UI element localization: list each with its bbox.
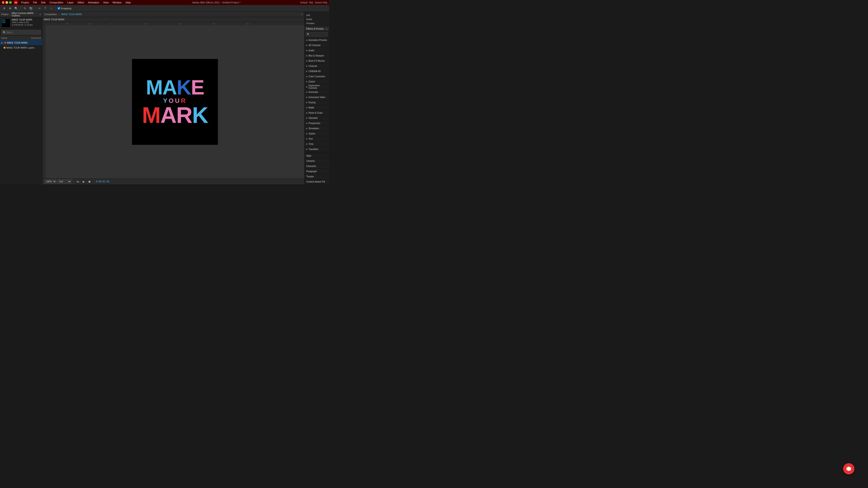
- section-animation-presets[interactable]: ▶ Animation Presets: [305, 37, 329, 43]
- menu-edit[interactable]: Edit: [39, 1, 47, 4]
- comp-area: Composition › MAKE YOUR MARK ≡ MAKE YOUR…: [42, 12, 304, 184]
- window-controls: [2, 1, 12, 4]
- make-letter-e: E: [191, 78, 204, 97]
- thumbnail-info: MAKE YOUR MARK 1400 x 1400 (1.00) Δ 0:00…: [12, 19, 33, 28]
- project-item-0[interactable]: ▶ MAKE YOUR MARK: [0, 40, 42, 45]
- section-stylize[interactable]: ▶ Stylize: [305, 131, 329, 136]
- section-immersive-label: Immersive Video: [309, 96, 325, 98]
- section-color-correction[interactable]: ▶ Color Correction: [305, 74, 329, 79]
- section-audio[interactable]: ▶ Audio: [305, 48, 329, 53]
- menu-file[interactable]: File: [31, 1, 39, 4]
- section-text[interactable]: ▶ Text: [305, 136, 329, 141]
- section-perspective[interactable]: ▶ Perspective: [305, 121, 329, 126]
- menu-window[interactable]: Window: [111, 1, 123, 4]
- panel-tabs: Project | Effect Controls MARK Outlines …: [0, 12, 42, 17]
- your-u: U: [175, 97, 181, 104]
- comp-options[interactable]: ≡: [301, 13, 303, 15]
- tool-hand[interactable]: ✥: [8, 6, 13, 11]
- section-distort[interactable]: ▶ Distort: [305, 79, 329, 84]
- playback-controls[interactable]: ⏮: [75, 179, 80, 184]
- effects-search-bar: 🔍: [306, 32, 328, 37]
- main-layout: Project | Effect Controls MARK Outlines …: [0, 12, 329, 184]
- tab-project[interactable]: Project: [1, 13, 8, 15]
- section-libraries[interactable]: Libraries: [305, 158, 329, 164]
- canvas-area[interactable]: -400 -200 0 200 400 600 800 M A K E: [42, 22, 304, 178]
- mark-letter-r: R: [176, 104, 192, 126]
- tab-effect-controls[interactable]: Effect Controls MARK Outlines: [12, 12, 38, 17]
- menu-effect[interactable]: Effect: [76, 1, 86, 4]
- section-channel-label: Channel: [309, 65, 317, 67]
- mark-letter-k: K: [192, 104, 208, 126]
- menu-animation[interactable]: Animation: [86, 1, 101, 4]
- stop-btn[interactable]: ⏹: [87, 179, 92, 184]
- tool-select[interactable]: ▼: [2, 6, 7, 11]
- section-keying[interactable]: ▶ Keying: [305, 100, 329, 105]
- comp-tab-name: MAKE YOUR MARK: [44, 18, 65, 21]
- play-btn[interactable]: ▶: [81, 179, 86, 184]
- close-button[interactable]: [2, 1, 4, 4]
- effects-search-input[interactable]: [309, 33, 327, 36]
- tool-rotate[interactable]: ↻: [22, 6, 27, 11]
- tool-zoom[interactable]: 🔍: [13, 6, 19, 11]
- section-3d-channel[interactable]: ▶ 3D Channel: [305, 43, 329, 48]
- search-help-input[interactable]: Search Help: [315, 1, 327, 4]
- right-panel-audio[interactable]: Audio: [306, 17, 327, 21]
- section-expression[interactable]: ▶ Expression Controls: [305, 84, 329, 90]
- menu-view[interactable]: View: [101, 1, 110, 4]
- section-boris[interactable]: ▶ Boris FX Mocha: [305, 58, 329, 64]
- section-noise[interactable]: ▶ Noise & Grain: [305, 110, 329, 116]
- maximize-button[interactable]: [9, 1, 12, 4]
- section-obsolete[interactable]: ▶ Obsolete: [305, 116, 329, 121]
- section-immersive[interactable]: ▶ Immersive Video: [305, 95, 329, 100]
- workspace-mat[interactable]: Mat: [309, 1, 313, 4]
- section-align[interactable]: Align: [305, 153, 329, 158]
- section-character[interactable]: Character: [305, 164, 329, 169]
- toolbar-sep-1: [20, 6, 21, 10]
- section-simulation[interactable]: ▶ Simulation: [305, 126, 329, 131]
- section-paragraph[interactable]: Paragraph: [305, 169, 329, 174]
- section-generate[interactable]: ▶ Generate: [305, 90, 329, 95]
- section-channel[interactable]: ▶ Channel: [305, 64, 329, 69]
- effects-label: Effects & Presets: [306, 28, 324, 30]
- section-cinema4d[interactable]: ▶ CINEMA 4D: [305, 69, 329, 74]
- menu-help[interactable]: Help: [124, 1, 132, 4]
- panel-menu-icon[interactable]: ≡: [39, 13, 41, 15]
- section-paragraph-label: Paragraph: [306, 170, 317, 173]
- section-keying-label: Keying: [309, 101, 315, 104]
- project-search-input[interactable]: [6, 31, 39, 34]
- right-panel-preview[interactable]: Preview: [306, 21, 327, 25]
- item-color-1: [4, 47, 5, 48]
- tool-pen[interactable]: ✏: [37, 6, 42, 11]
- section-blur-sharpen[interactable]: ▶ Blur & Sharpen: [305, 53, 329, 58]
- section-time[interactable]: ▶ Time: [305, 141, 329, 147]
- menu-composition[interactable]: Composition: [48, 1, 65, 4]
- breadcrumb-sep: ›: [59, 13, 59, 15]
- tool-camera[interactable]: 📷: [28, 6, 33, 11]
- tool-text[interactable]: T: [43, 6, 48, 11]
- comp-name-tab: MAKE YOUR MARK: [42, 17, 304, 22]
- time-display: 0:00:01:01: [96, 180, 110, 183]
- project-item-1[interactable]: MAKE YOUR MARK Layers: [0, 45, 42, 50]
- zoom-select[interactable]: 100% 50% 200%: [44, 180, 57, 184]
- section-color-correction-label: Color Correction: [309, 75, 325, 78]
- section-matte[interactable]: ▶ Matte: [305, 105, 329, 110]
- your-text-row: YOUR: [163, 97, 187, 104]
- menu-project[interactable]: Project: [20, 1, 31, 4]
- effects-menu-icon[interactable]: ≡: [326, 28, 327, 30]
- your-o: O: [168, 97, 175, 104]
- quality-select[interactable]: Full Half Quarter: [57, 180, 71, 184]
- project-search-bar: 🔍: [1, 30, 41, 35]
- menu-layer[interactable]: Layer: [66, 1, 75, 4]
- tool-shape[interactable]: □: [49, 6, 54, 11]
- minimize-button[interactable]: [5, 1, 8, 4]
- right-panel-top: Info Audio Preview: [305, 12, 329, 27]
- section-transition[interactable]: ▶ Transition: [305, 147, 329, 152]
- make-letter-m: M: [146, 78, 162, 97]
- section-content-aware[interactable]: Content-Aware Fill: [305, 179, 329, 184]
- comp-breadcrumb-name[interactable]: MAKE YOUR MARK: [61, 13, 82, 15]
- snapping-checkbox[interactable]: [58, 7, 60, 9]
- section-tracker[interactable]: Tracker: [305, 174, 329, 179]
- menu-bar: Ae Project File Edit Composition Layer E…: [0, 0, 329, 5]
- right-panel-info[interactable]: Info: [306, 13, 327, 17]
- workspace-default[interactable]: Default: [301, 1, 308, 4]
